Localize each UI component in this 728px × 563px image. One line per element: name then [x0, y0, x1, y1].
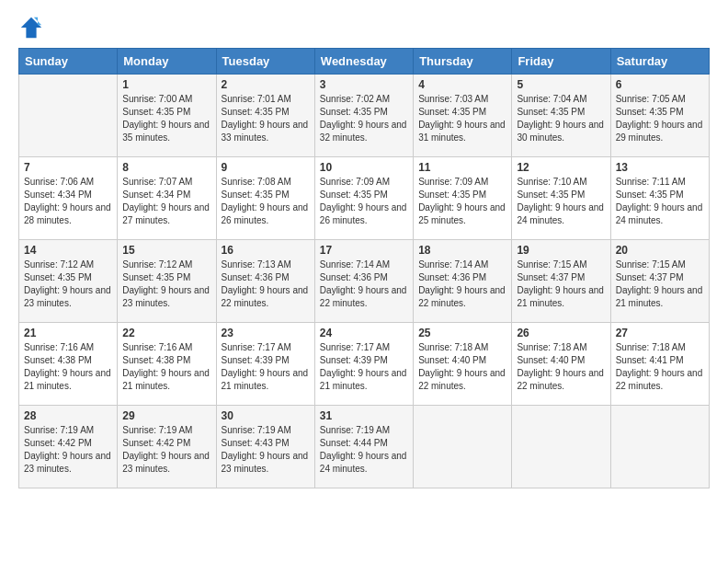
day-info: Sunrise: 7:05 AMSunset: 4:35 PMDaylight:… — [616, 93, 704, 144]
day-number: 16 — [222, 244, 310, 257]
day-info: Sunrise: 7:04 AMSunset: 4:35 PMDaylight:… — [517, 93, 605, 144]
calendar-cell — [19, 75, 118, 157]
calendar-cell: 2 Sunrise: 7:01 AMSunset: 4:35 PMDayligh… — [216, 75, 314, 157]
calendar-cell: 6 Sunrise: 7:05 AMSunset: 4:35 PMDayligh… — [610, 75, 709, 157]
day-info: Sunrise: 7:14 AMSunset: 4:36 PMDaylight:… — [320, 259, 408, 310]
column-header-wednesday: Wednesday — [314, 49, 413, 75]
logo-icon — [18, 15, 44, 40]
day-number: 31 — [320, 409, 408, 422]
day-info: Sunrise: 7:19 AMSunset: 4:42 PMDaylight:… — [122, 424, 210, 476]
calendar-cell: 15 Sunrise: 7:12 AMSunset: 4:35 PMDaylig… — [118, 240, 216, 323]
column-header-thursday: Thursday — [414, 49, 512, 75]
column-header-sunday: Sunday — [19, 49, 118, 75]
calendar-cell: 19 Sunrise: 7:15 AMSunset: 4:37 PMDaylig… — [512, 240, 610, 323]
day-number: 14 — [24, 244, 112, 257]
day-number: 25 — [418, 327, 506, 339]
day-info: Sunrise: 7:01 AMSunset: 4:35 PMDaylight:… — [222, 93, 310, 144]
calendar-cell: 3 Sunrise: 7:02 AMSunset: 4:35 PMDayligh… — [314, 75, 413, 157]
day-info: Sunrise: 7:10 AMSunset: 4:35 PMDaylight:… — [517, 176, 605, 227]
day-info: Sunrise: 7:16 AMSunset: 4:38 PMDaylight:… — [24, 341, 112, 393]
calendar-cell: 28 Sunrise: 7:19 AMSunset: 4:42 PMDaylig… — [19, 406, 118, 488]
calendar-cell: 30 Sunrise: 7:19 AMSunset: 4:43 PMDaylig… — [216, 406, 314, 488]
calendar-cell: 23 Sunrise: 7:17 AMSunset: 4:39 PMDaylig… — [216, 323, 314, 406]
day-info: Sunrise: 7:09 AMSunset: 4:35 PMDaylight:… — [320, 176, 408, 227]
day-info: Sunrise: 7:16 AMSunset: 4:38 PMDaylight:… — [122, 341, 210, 393]
calendar-cell: 21 Sunrise: 7:16 AMSunset: 4:38 PMDaylig… — [19, 323, 118, 406]
day-number: 20 — [616, 244, 704, 257]
calendar-cell — [414, 406, 512, 488]
calendar-cell: 13 Sunrise: 7:11 AMSunset: 4:35 PMDaylig… — [610, 157, 709, 240]
column-header-friday: Friday — [512, 49, 610, 75]
day-info: Sunrise: 7:19 AMSunset: 4:44 PMDaylight:… — [320, 424, 408, 476]
calendar-cell: 29 Sunrise: 7:19 AMSunset: 4:42 PMDaylig… — [118, 406, 216, 488]
calendar-cell: 25 Sunrise: 7:18 AMSunset: 4:40 PMDaylig… — [414, 323, 512, 406]
day-info: Sunrise: 7:19 AMSunset: 4:42 PMDaylight:… — [24, 424, 112, 476]
day-number: 10 — [320, 161, 408, 174]
column-header-monday: Monday — [118, 49, 216, 75]
column-header-saturday: Saturday — [610, 49, 709, 75]
calendar-cell: 27 Sunrise: 7:18 AMSunset: 4:41 PMDaylig… — [610, 323, 709, 406]
day-number: 5 — [517, 78, 605, 91]
day-info: Sunrise: 7:11 AMSunset: 4:35 PMDaylight:… — [616, 176, 704, 227]
calendar-cell: 20 Sunrise: 7:15 AMSunset: 4:37 PMDaylig… — [610, 240, 709, 323]
calendar-cell: 5 Sunrise: 7:04 AMSunset: 4:35 PMDayligh… — [512, 75, 610, 157]
day-info: Sunrise: 7:13 AMSunset: 4:36 PMDaylight:… — [222, 259, 310, 310]
calendar-cell: 24 Sunrise: 7:17 AMSunset: 4:39 PMDaylig… — [314, 323, 413, 406]
day-number: 12 — [517, 161, 605, 174]
calendar-cell: 1 Sunrise: 7:00 AMSunset: 4:35 PMDayligh… — [118, 75, 216, 157]
calendar-week-row: 21 Sunrise: 7:16 AMSunset: 4:38 PMDaylig… — [19, 323, 710, 406]
calendar-cell: 17 Sunrise: 7:14 AMSunset: 4:36 PMDaylig… — [314, 240, 413, 323]
day-info: Sunrise: 7:18 AMSunset: 4:40 PMDaylight:… — [517, 341, 605, 393]
calendar-cell: 16 Sunrise: 7:13 AMSunset: 4:36 PMDaylig… — [216, 240, 314, 323]
calendar-cell: 9 Sunrise: 7:08 AMSunset: 4:35 PMDayligh… — [216, 157, 314, 240]
day-info: Sunrise: 7:18 AMSunset: 4:40 PMDaylight:… — [418, 341, 506, 393]
day-number: 26 — [517, 327, 605, 339]
logo — [18, 15, 48, 40]
svg-marker-0 — [21, 17, 41, 38]
day-info: Sunrise: 7:17 AMSunset: 4:39 PMDaylight:… — [320, 341, 408, 393]
day-number: 28 — [24, 409, 112, 422]
day-info: Sunrise: 7:02 AMSunset: 4:35 PMDaylight:… — [320, 93, 408, 144]
calendar-header-row: SundayMondayTuesdayWednesdayThursdayFrid… — [19, 49, 710, 75]
calendar-cell: 10 Sunrise: 7:09 AMSunset: 4:35 PMDaylig… — [314, 157, 413, 240]
day-number: 1 — [122, 78, 210, 91]
day-number: 30 — [222, 409, 310, 422]
page-header — [18, 15, 710, 40]
day-number: 19 — [517, 244, 605, 257]
calendar-cell: 26 Sunrise: 7:18 AMSunset: 4:40 PMDaylig… — [512, 323, 610, 406]
day-info: Sunrise: 7:06 AMSunset: 4:34 PMDaylight:… — [24, 176, 112, 227]
day-info: Sunrise: 7:14 AMSunset: 4:36 PMDaylight:… — [418, 259, 506, 310]
day-number: 2 — [222, 78, 310, 91]
calendar-week-row: 1 Sunrise: 7:00 AMSunset: 4:35 PMDayligh… — [19, 75, 710, 157]
day-number: 29 — [122, 409, 210, 422]
calendar-cell: 8 Sunrise: 7:07 AMSunset: 4:34 PMDayligh… — [118, 157, 216, 240]
column-header-tuesday: Tuesday — [216, 49, 314, 75]
day-number: 23 — [222, 327, 310, 339]
calendar-cell: 31 Sunrise: 7:19 AMSunset: 4:44 PMDaylig… — [314, 406, 413, 488]
day-number: 22 — [122, 327, 210, 339]
day-number: 6 — [616, 78, 704, 91]
calendar-cell: 7 Sunrise: 7:06 AMSunset: 4:34 PMDayligh… — [19, 157, 118, 240]
calendar-cell: 4 Sunrise: 7:03 AMSunset: 4:35 PMDayligh… — [414, 75, 512, 157]
day-number: 18 — [418, 244, 506, 257]
day-number: 13 — [616, 161, 704, 174]
day-number: 17 — [320, 244, 408, 257]
day-number: 11 — [418, 161, 506, 174]
day-number: 7 — [24, 161, 112, 174]
calendar-cell — [610, 406, 709, 488]
day-number: 9 — [222, 161, 310, 174]
day-info: Sunrise: 7:15 AMSunset: 4:37 PMDaylight:… — [616, 259, 704, 310]
day-info: Sunrise: 7:18 AMSunset: 4:41 PMDaylight:… — [616, 341, 704, 393]
day-info: Sunrise: 7:12 AMSunset: 4:35 PMDaylight:… — [24, 259, 112, 310]
calendar-cell — [512, 406, 610, 488]
calendar-cell: 18 Sunrise: 7:14 AMSunset: 4:36 PMDaylig… — [414, 240, 512, 323]
day-number: 4 — [418, 78, 506, 91]
calendar-week-row: 28 Sunrise: 7:19 AMSunset: 4:42 PMDaylig… — [19, 406, 710, 488]
day-number: 24 — [320, 327, 408, 339]
day-number: 8 — [122, 161, 210, 174]
calendar-cell: 22 Sunrise: 7:16 AMSunset: 4:38 PMDaylig… — [118, 323, 216, 406]
day-info: Sunrise: 7:12 AMSunset: 4:35 PMDaylight:… — [122, 259, 210, 310]
day-info: Sunrise: 7:00 AMSunset: 4:35 PMDaylight:… — [122, 93, 210, 144]
calendar-week-row: 14 Sunrise: 7:12 AMSunset: 4:35 PMDaylig… — [19, 240, 710, 323]
calendar-cell: 14 Sunrise: 7:12 AMSunset: 4:35 PMDaylig… — [19, 240, 118, 323]
